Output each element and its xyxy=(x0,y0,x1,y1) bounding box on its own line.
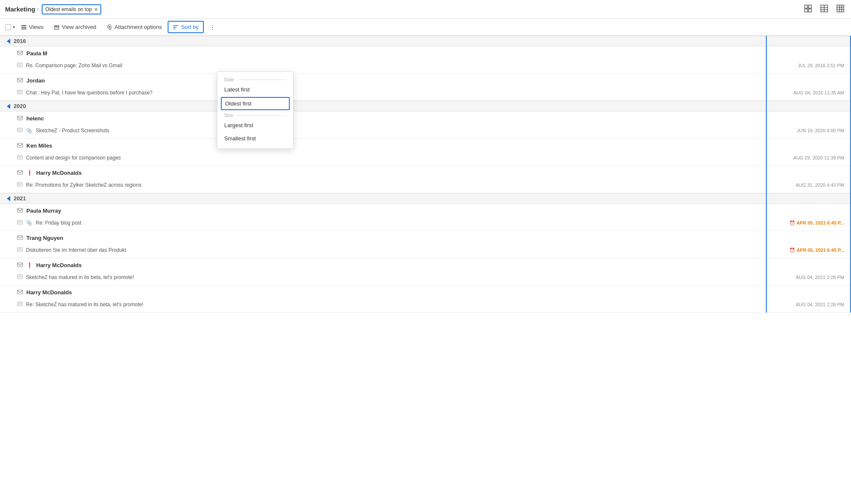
email-type-icon xyxy=(17,207,23,214)
sender-name: Paula Murray xyxy=(26,208,61,214)
email-type-icon xyxy=(17,77,23,84)
email-type-icon xyxy=(17,169,23,177)
email-sender-row: Trang Nguyen xyxy=(0,231,851,242)
email-sender-row: Paula Murray xyxy=(0,204,851,215)
more-options-button[interactable]: ⋮ xyxy=(206,22,220,32)
largest-first-option[interactable]: Largest first xyxy=(217,119,293,132)
filter-close-icon[interactable]: × xyxy=(94,6,98,13)
email-date: AUG 31, 2020 4:43 PM xyxy=(776,182,844,188)
email-thread[interactable]: Ken Miles Content and design for compari… xyxy=(0,139,851,166)
filter-tag[interactable]: Oldest emails on top × xyxy=(42,4,101,14)
email-row[interactable]: 📎 Re: Friday blog post ⏰ APR 05, 2021 6:… xyxy=(0,215,851,231)
split-view-icon[interactable] xyxy=(819,3,830,16)
message-icon xyxy=(17,127,23,134)
email-thread[interactable]: Paula Murray 📎 Re: Friday blog post ⏰ AP… xyxy=(0,204,851,231)
top-right-icons xyxy=(802,3,846,16)
email-thread[interactable]: ❗ Harry McDonalds Re: Promotions for Zyl… xyxy=(0,166,851,193)
email-date: JUN 19, 2020 4:00 PM xyxy=(776,128,844,133)
email-type-icon xyxy=(17,50,23,57)
email-sender-row: Harry McDonalds xyxy=(0,285,851,297)
email-row[interactable]: SketcheZ has matured in its beta, let's … xyxy=(0,270,851,285)
size-section-label: Size xyxy=(217,111,293,119)
email-sender-row: Ken Miles xyxy=(0,139,851,150)
year-arrow xyxy=(7,104,10,109)
email-type-icon xyxy=(17,289,23,296)
latest-first-option[interactable]: Latest first xyxy=(217,83,293,96)
date-section-label: Date xyxy=(217,75,293,83)
year-arrow xyxy=(7,39,10,44)
email-subject: SketcheZ has matured in its beta, let's … xyxy=(26,274,773,280)
svg-rect-14 xyxy=(21,27,26,28)
message-icon xyxy=(17,219,23,226)
email-subject: Re: SketcheZ has matured in its beta, le… xyxy=(26,302,773,308)
compact-view-icon[interactable] xyxy=(802,3,814,16)
email-type-icon xyxy=(17,115,23,122)
email-sender-row: Paula M xyxy=(0,46,851,58)
email-row[interactable]: Re: Promotions for Zylker SketcheZ acros… xyxy=(0,177,851,193)
flag-icon: ❗ xyxy=(26,170,33,176)
svg-rect-1 xyxy=(808,5,811,8)
flag-icon: ❗ xyxy=(26,262,33,268)
email-row[interactable]: Re. Comparison page: Zoho Mail vs Gmail … xyxy=(0,58,851,73)
email-sender-row: ❗ Harry McDonalds xyxy=(0,166,851,177)
email-thread[interactable]: helenc 📎 SketcheZ - Product Screenshots … xyxy=(0,111,851,139)
email-row[interactable]: Content and design for comparison pages … xyxy=(0,150,851,165)
svg-rect-8 xyxy=(837,5,844,12)
sender-name: Jordan xyxy=(26,77,45,84)
email-thread[interactable]: Jordan Chat : Hey Pat, I have few questi… xyxy=(0,74,851,101)
email-type-icon xyxy=(17,142,23,149)
email-subject: Re: Promotions for Zylker SketcheZ acros… xyxy=(26,182,773,188)
email-thread[interactable]: ❗ Harry McDonalds SketcheZ has matured i… xyxy=(0,258,851,285)
smallest-first-option[interactable]: Smallest first xyxy=(217,132,293,145)
email-thread[interactable]: Paula M Re. Comparison page: Zoho Mail v… xyxy=(0,46,851,74)
view-archived-button[interactable]: View archived xyxy=(49,22,100,32)
svg-rect-22 xyxy=(17,51,23,55)
year-header: 2020 xyxy=(0,101,851,111)
attachment-icon: 📎 xyxy=(26,128,32,134)
email-date: AUG 04, 2016 11:35 AM xyxy=(776,90,844,95)
checkbox-dropdown-arrow[interactable]: ▾ xyxy=(13,25,15,29)
email-subject: Re. Comparison page: Zoho Mail vs Gmail xyxy=(26,63,773,68)
email-thread[interactable]: Harry McDonalds Re: SketcheZ has matured… xyxy=(0,285,851,313)
clock-icon: ⏰ xyxy=(789,220,797,225)
email-date: ⏰ APR 05, 2021 6:45 P... xyxy=(776,248,844,253)
select-checkbox[interactable] xyxy=(5,24,11,30)
email-subject: Content and design for comparison pages xyxy=(26,155,773,161)
grid-view-icon[interactable] xyxy=(835,3,846,16)
year-label: 2020 xyxy=(14,103,26,109)
svg-rect-55 xyxy=(17,302,22,306)
message-icon xyxy=(17,301,23,308)
attachment-options-button[interactable]: Attachment options xyxy=(102,22,166,32)
sort-by-button[interactable]: Sort by xyxy=(168,21,203,33)
message-icon xyxy=(17,89,23,96)
email-row[interactable]: Diskutieren Sie im Internet über das Pro… xyxy=(0,242,851,258)
svg-rect-15 xyxy=(21,28,26,29)
svg-rect-39 xyxy=(17,182,22,186)
sort-dropdown[interactable]: Date Latest first Oldest first Size Larg… xyxy=(217,71,294,149)
message-icon xyxy=(17,154,23,161)
svg-rect-35 xyxy=(17,155,22,159)
svg-rect-43 xyxy=(17,220,22,224)
email-row[interactable]: Chat : Hey Pat, I have few questions bef… xyxy=(0,85,851,100)
svg-rect-2 xyxy=(805,9,808,12)
oldest-first-option[interactable]: Oldest first xyxy=(221,97,290,110)
views-button[interactable]: Views xyxy=(17,22,48,32)
year-label: 2021 xyxy=(14,195,26,202)
email-type-icon xyxy=(17,262,23,269)
svg-rect-23 xyxy=(17,63,22,67)
clock-icon: ⏰ xyxy=(789,248,797,253)
svg-rect-38 xyxy=(17,171,23,174)
sender-name: Harry McDonalds xyxy=(36,262,82,268)
email-thread[interactable]: Trang Nguyen Diskutieren Sie im Internet… xyxy=(0,231,851,258)
email-row[interactable]: Re: SketcheZ has matured in its beta, le… xyxy=(0,297,851,312)
email-row[interactable]: 📎 SketcheZ - Product Screenshots JUN 19,… xyxy=(0,123,851,138)
message-icon xyxy=(17,182,23,188)
year-label: 2016 xyxy=(14,38,26,44)
email-type-icon xyxy=(17,234,23,242)
email-sender-row: Jordan xyxy=(0,74,851,85)
email-subject: Re: Friday blog post xyxy=(36,220,773,226)
sender-name: helenc xyxy=(26,115,44,122)
svg-rect-50 xyxy=(17,263,23,267)
svg-rect-30 xyxy=(17,116,23,120)
attachment-icon: 📎 xyxy=(26,220,32,226)
